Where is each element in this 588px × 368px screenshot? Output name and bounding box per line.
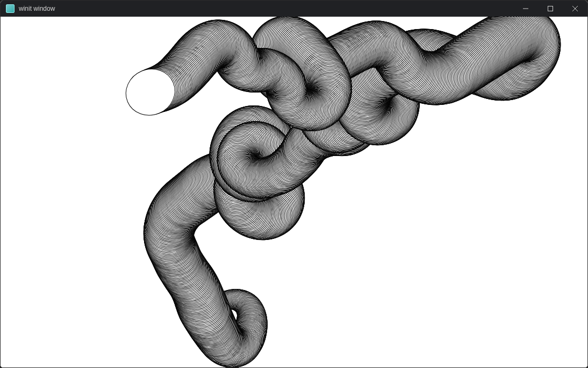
titlebar[interactable]: winit window (1, 1, 587, 17)
close-icon (572, 6, 578, 11)
application-window: winit window (0, 0, 588, 368)
generative-canvas (1, 17, 587, 367)
window-title: winit window (19, 5, 513, 12)
render-viewport[interactable] (1, 17, 587, 367)
minimize-icon (523, 6, 528, 11)
maximize-button[interactable] (538, 1, 563, 17)
svg-rect-0 (548, 6, 553, 11)
window-controls (513, 1, 587, 17)
maximize-icon (548, 6, 553, 11)
app-icon (6, 4, 15, 13)
minimize-button[interactable] (513, 1, 538, 17)
close-button[interactable] (563, 1, 587, 17)
